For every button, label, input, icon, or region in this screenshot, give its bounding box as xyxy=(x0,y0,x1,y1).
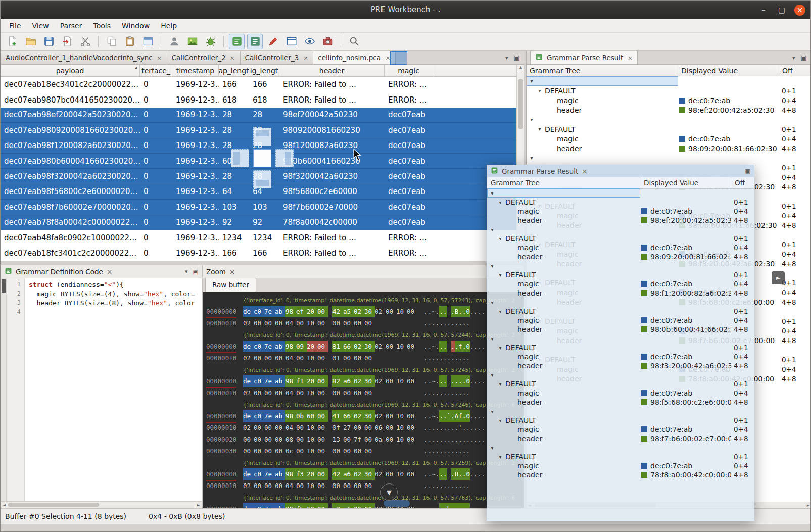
tree-row-default[interactable]: ▾DEFAULT0+1 xyxy=(527,124,811,134)
menu-help[interactable]: Help xyxy=(155,20,182,31)
search-icon[interactable] xyxy=(346,34,362,49)
menu-file[interactable]: File xyxy=(4,20,26,31)
hex-byte[interactable]: 06 xyxy=(375,422,386,433)
hex-byte[interactable]: 02 xyxy=(354,468,364,480)
hex-byte[interactable]: 00 xyxy=(364,503,375,508)
code-overview-bar[interactable] xyxy=(1,278,7,501)
hex-byte[interactable]: 00 xyxy=(343,433,354,445)
tree-row-header[interactable]: header98:09:20:00:81:66:02:304+8 xyxy=(527,143,811,153)
hex-byte[interactable]: 02 xyxy=(375,375,386,387)
hex-byte[interactable]: 7e xyxy=(264,341,275,352)
tab-close-icon[interactable]: × xyxy=(230,54,235,62)
hex-byte[interactable]: 10 xyxy=(396,468,407,480)
hex-byte[interactable]: 00 xyxy=(407,306,417,317)
tree-row-header[interactable]: header98:09:20:00:81:66:02:304+8 xyxy=(487,252,754,261)
hex-byte[interactable]: 7e xyxy=(264,410,275,422)
hex-byte[interactable]: 7e xyxy=(264,375,275,387)
table-row[interactable]: dec07eab48fa8c0902c10000022…01969-12-3…1… xyxy=(1,230,524,246)
hex-byte[interactable]: e6 xyxy=(343,503,354,508)
hex-byte[interactable]: 00 xyxy=(386,433,396,445)
tree-row-default[interactable]: ▾DEFAULT0+1 xyxy=(487,234,754,243)
hex-byte[interactable]: 00 xyxy=(343,317,354,329)
hex-row[interactable]: 00000010020000000400100000000000........… xyxy=(203,387,524,399)
table-row[interactable]: dec07eab18ec3401c2c20000022…01969-12-3…1… xyxy=(1,77,524,92)
hex-byte[interactable]: 00 xyxy=(275,445,285,457)
hex-byte[interactable]: 02 xyxy=(243,480,254,492)
tree-row-magic[interactable]: magicde:c0:7e:ab0+4 xyxy=(487,461,754,470)
tree-row-root[interactable]: ▾ xyxy=(527,76,811,86)
hex-byte[interactable]: 00 xyxy=(264,422,275,433)
dock-right-target[interactable] xyxy=(275,149,294,167)
chevron-down-icon[interactable]: ▾ xyxy=(537,88,543,93)
table-row[interactable]: dec07eab18fc3401c2c20000022…01969-12-3…1… xyxy=(1,246,524,261)
hex-byte[interactable]: 00 xyxy=(354,480,364,492)
hex-byte[interactable]: 10 xyxy=(307,352,317,364)
hex-byte[interactable]: ab xyxy=(275,341,285,352)
tree-row-magic[interactable]: magicde:c0:7e:ab0+4 xyxy=(487,425,754,434)
hex-byte[interactable]: 30 xyxy=(364,306,375,317)
hex-byte[interactable]: 66 xyxy=(343,410,354,422)
hex-byte[interactable]: 10 xyxy=(396,306,407,317)
hex-row[interactable]: 00000020000000000800100013007f000a001000… xyxy=(203,433,524,445)
tree-row-header[interactable]: header98:ef:20:00:42:a5:02:304+8 xyxy=(487,216,754,225)
hex-page-down-button[interactable]: ▼ xyxy=(380,483,398,501)
hex-byte[interactable]: 02 xyxy=(354,375,364,387)
chevron-down-icon[interactable]: ▾ xyxy=(529,117,535,122)
hex-byte[interactable]: 02 xyxy=(375,306,386,317)
minimize-button[interactable]: – xyxy=(758,5,769,16)
hex-byte[interactable]: 00 xyxy=(332,480,343,492)
hex-byte[interactable]: 02 xyxy=(375,410,386,422)
table-row[interactable]: dec07eab98f7b60002e70000020…01969-12-3…1… xyxy=(1,200,524,215)
hex-byte[interactable]: de xyxy=(243,306,254,317)
hex-byte[interactable]: 00 xyxy=(254,422,264,433)
grammar-view-icon[interactable] xyxy=(229,34,245,49)
hex-byte[interactable]: ab xyxy=(275,503,285,508)
tree-row-header[interactable]: header98:f7:b6:00:02:e7:00:004+8 xyxy=(487,434,754,443)
chevron-down-icon[interactable]: ▾ xyxy=(529,155,535,161)
hex-byte[interactable]: 00 xyxy=(386,306,396,317)
close-icon[interactable]: × xyxy=(107,268,112,276)
hex-byte[interactable]: 0b xyxy=(296,410,307,422)
hex-byte[interactable]: ab xyxy=(275,468,285,480)
hex-byte[interactable]: 00 xyxy=(364,433,375,445)
chevron-down-icon[interactable]: ▾ xyxy=(489,227,495,232)
hex-byte[interactable]: ab xyxy=(275,375,285,387)
chevron-down-icon[interactable]: ▾ xyxy=(497,272,503,278)
tree-row-root[interactable]: ▾ xyxy=(527,115,811,124)
hex-byte[interactable]: 7f xyxy=(354,433,364,445)
hex-byte[interactable]: 00 xyxy=(317,387,328,399)
hex-byte[interactable]: 02 xyxy=(354,341,364,352)
hex-byte[interactable]: 00 xyxy=(364,422,375,433)
hex-byte[interactable]: 00 xyxy=(364,480,375,492)
hex-byte[interactable]: 98 xyxy=(285,375,296,387)
marker-icon[interactable] xyxy=(265,34,281,49)
hex-byte[interactable]: 00 xyxy=(317,445,328,457)
hex-byte[interactable]: 00 xyxy=(275,387,285,399)
hex-byte[interactable]: 10 xyxy=(307,445,317,457)
chevron-down-icon[interactable]: ▾ xyxy=(497,345,503,351)
tree-row-magic[interactable]: magicde:c0:7e:ab0+4 xyxy=(487,279,754,288)
hex-byte[interactable]: 30 xyxy=(364,410,375,422)
hex-byte[interactable]: ef xyxy=(296,306,307,317)
preview-icon[interactable] xyxy=(302,34,317,49)
chevron-down-icon[interactable]: ▾ xyxy=(497,381,503,387)
close-icon[interactable]: × xyxy=(229,268,235,276)
hex-byte[interactable]: 02 xyxy=(375,468,386,480)
user-icon[interactable] xyxy=(166,34,182,49)
screenshot-icon[interactable] xyxy=(320,34,336,49)
hex-byte[interactable]: 42 xyxy=(332,306,343,317)
tab-callcontroller_3[interactable]: CallController_3× xyxy=(240,51,314,64)
hex-byte[interactable]: de xyxy=(243,410,254,422)
tree-row-default[interactable]: ▾DEFAULT0+1 xyxy=(487,270,754,279)
hex-byte[interactable]: 98 xyxy=(285,503,296,508)
table-row[interactable]: dec07eab78f8a00042c00000022…01969-12-3…9… xyxy=(1,215,524,230)
hex-byte[interactable]: 00 xyxy=(317,352,328,364)
hex-byte[interactable]: 00 xyxy=(386,341,396,352)
tab-list-dropdown-icon[interactable]: ▾ xyxy=(505,54,508,61)
hex-byte[interactable]: 00 xyxy=(343,352,354,364)
hex-byte[interactable]: 00 xyxy=(296,480,307,492)
column-header-terface_[interactable]: terface_ xyxy=(140,65,172,76)
hex-byte[interactable]: 00 xyxy=(254,387,264,399)
hex-byte[interactable]: 00 xyxy=(275,480,285,492)
hex-byte[interactable]: 00 xyxy=(343,480,354,492)
